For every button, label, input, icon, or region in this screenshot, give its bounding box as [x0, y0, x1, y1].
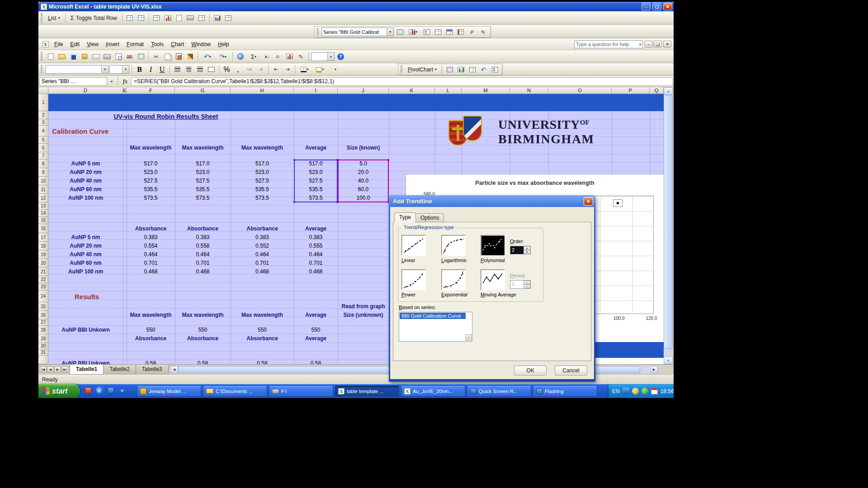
- row-header[interactable]: 30: [38, 343, 48, 349]
- permission-icon[interactable]: [79, 52, 90, 61]
- cell[interactable]: AuNP 5 nm: [48, 233, 123, 242]
- row-header[interactable]: 7: [38, 152, 48, 160]
- cell[interactable]: 550: [175, 326, 231, 334]
- cell[interactable]: 527.5: [294, 177, 338, 185]
- cell[interactable]: 0.555: [294, 242, 338, 250]
- list-settings-icon[interactable]: [223, 13, 234, 23]
- comma-style-button[interactable]: ,: [233, 65, 243, 75]
- toolbar-grip[interactable]: [41, 52, 42, 61]
- tab-options[interactable]: Options: [415, 213, 444, 222]
- start-button[interactable]: start: [38, 384, 80, 398]
- format-selected-object-icon[interactable]: [395, 27, 405, 37]
- cell[interactable]: 0.383: [127, 233, 175, 242]
- column-header[interactable]: P: [612, 87, 650, 94]
- cell[interactable]: 517.0: [231, 160, 294, 168]
- row-header[interactable]: 21: [38, 267, 48, 276]
- chart-wizard-icon[interactable]: [284, 52, 295, 61]
- first-sheet-button[interactable]: [40, 366, 47, 373]
- decrease-decimal-icon[interactable]: [255, 65, 266, 75]
- tray-network-icon[interactable]: [623, 388, 629, 394]
- cell[interactable]: 0.58: [294, 359, 338, 364]
- paste-icon[interactable]: [174, 52, 184, 61]
- cell[interactable]: 0.464: [127, 250, 175, 259]
- sort-ascending-icon[interactable]: [262, 52, 272, 61]
- row-header[interactable]: 2: [38, 111, 48, 119]
- minimize-button[interactable]: [642, 3, 651, 10]
- toolbar-grip[interactable]: [41, 65, 42, 74]
- print-icon[interactable]: [102, 52, 112, 61]
- legend-icon[interactable]: [421, 27, 432, 37]
- trend-polynomial-tile[interactable]: [481, 235, 505, 256]
- tray-status-icon[interactable]: [632, 388, 639, 394]
- row-header[interactable]: 1: [38, 94, 48, 111]
- toggle-total-row-button[interactable]: Toggle Total Row: [68, 14, 120, 22]
- cell[interactable]: Max wavelength: [127, 144, 175, 152]
- row-header[interactable]: 4: [38, 126, 48, 136]
- scroll-left-button[interactable]: [170, 366, 178, 373]
- cell[interactable]: 5.0: [338, 160, 389, 168]
- row-header[interactable]: 26: [38, 311, 48, 319]
- cell[interactable]: 535.5: [294, 185, 338, 194]
- column-header[interactable]: O: [548, 87, 612, 94]
- scroll-down-button[interactable]: [664, 357, 673, 364]
- font-color-icon[interactable]: [328, 65, 343, 75]
- fill-color-icon[interactable]: [313, 65, 327, 75]
- format-painter-icon[interactable]: [185, 52, 195, 61]
- list-resize-icon[interactable]: [125, 13, 135, 23]
- font-name-combo[interactable]: [45, 65, 108, 74]
- cell[interactable]: 523.0: [175, 168, 231, 177]
- increase-indent-icon[interactable]: [282, 65, 292, 75]
- cell[interactable]: 573.5: [294, 194, 338, 202]
- cell[interactable]: AuNP 40 nm: [48, 250, 123, 259]
- cell[interactable]: Average: [294, 311, 338, 319]
- last-sheet-button[interactable]: [61, 366, 68, 373]
- chart-list-icon[interactable]: [163, 13, 173, 23]
- percent-style-button[interactable]: %: [222, 65, 232, 75]
- menu-format[interactable]: Format: [123, 39, 147, 49]
- task-flashing[interactable]: Flashing: [533, 385, 597, 397]
- cell[interactable]: 0.468: [231, 267, 294, 276]
- cell[interactable]: 0.58: [127, 359, 175, 364]
- cell[interactable]: 40.0: [338, 177, 389, 185]
- bold-button[interactable]: B: [134, 65, 145, 75]
- task-documents[interactable]: C:\Documents ...: [203, 385, 267, 397]
- order-spinner[interactable]: 2: [510, 246, 531, 254]
- cell[interactable]: AuNP 100 nm: [48, 267, 123, 276]
- spelling-icon[interactable]: [124, 52, 135, 61]
- cell[interactable]: Read from graph: [338, 302, 389, 311]
- row-header[interactable]: 31: [38, 349, 48, 356]
- row-header[interactable]: 6: [38, 144, 48, 152]
- series-list-item[interactable]: BBI Gold Calibration Curve: [400, 313, 466, 319]
- cell[interactable]: 527.5: [231, 177, 294, 185]
- cell[interactable]: 517.0: [175, 160, 231, 168]
- cell[interactable]: AuNP 5 nm: [48, 160, 123, 168]
- list-scroll-down-icon[interactable]: [465, 334, 472, 341]
- help-question-box[interactable]: Type a question for help: [574, 40, 643, 48]
- cell[interactable]: 527.5: [127, 177, 175, 185]
- cell[interactable]: Max wavelength: [231, 311, 294, 319]
- undo-icon[interactable]: [200, 52, 215, 61]
- column-header[interactable]: N: [510, 87, 548, 94]
- task-table-template[interactable]: table template ...: [335, 385, 399, 397]
- sheet-tab-tabelle2[interactable]: Tabelle2: [103, 365, 136, 375]
- task-quick-screen[interactable]: Quick Screen R...: [467, 385, 531, 397]
- align-left-icon[interactable]: [172, 65, 183, 75]
- spin-down-icon[interactable]: [524, 250, 530, 254]
- list-properties-icon[interactable]: [136, 13, 146, 23]
- new-icon[interactable]: [45, 52, 56, 61]
- angle-text-down-icon[interactable]: [467, 27, 477, 37]
- cell[interactable]: 523.0: [231, 168, 294, 177]
- cell[interactable]: 20.0: [338, 168, 389, 177]
- trend-moving-average-tile[interactable]: [481, 269, 505, 290]
- italic-button[interactable]: I: [146, 65, 156, 75]
- menu-help[interactable]: Help: [214, 39, 233, 49]
- cell[interactable]: 0.464: [175, 250, 231, 259]
- spin-up-icon[interactable]: [524, 246, 530, 250]
- cell[interactable]: 0.383: [175, 233, 231, 242]
- row-header[interactable]: 18: [38, 242, 48, 250]
- maximize-button[interactable]: [652, 3, 661, 10]
- row-header[interactable]: 23: [38, 283, 48, 291]
- redo-icon[interactable]: [216, 52, 230, 61]
- select-all-corner[interactable]: [38, 87, 48, 94]
- cell[interactable]: Max wavelength: [175, 144, 231, 152]
